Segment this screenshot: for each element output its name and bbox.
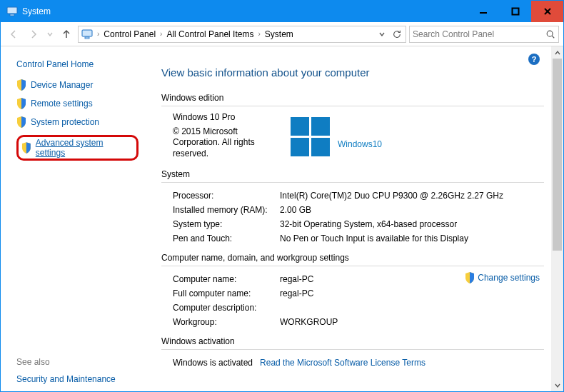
breadcrumb[interactable]: › Control Panel › All Control Panel Item… xyxy=(78,26,406,43)
windows-logo-text: Windows10 xyxy=(338,139,382,149)
recent-dropdown[interactable] xyxy=(45,26,55,43)
section-computer-name: Computer name, domain, and workgroup set… xyxy=(161,253,544,266)
computer-name-label: Computer name: xyxy=(173,274,280,284)
sidebar: Control Panel Home Device Manager Remote… xyxy=(1,46,147,391)
crumb-dropdown-icon[interactable] xyxy=(378,31,386,38)
shield-icon xyxy=(16,98,26,109)
svg-point-8 xyxy=(547,31,553,36)
full-computer-name-label: Full computer name: xyxy=(173,288,280,298)
sidebar-item-label: Device Manager xyxy=(31,80,93,90)
scroll-thumb[interactable] xyxy=(553,59,562,251)
scroll-up-button[interactable] xyxy=(551,46,563,59)
full-computer-name-value: regal-PC xyxy=(280,288,544,298)
license-terms-link[interactable]: Read the Microsoft Software License Term… xyxy=(260,358,425,368)
sidebar-item-advanced-system-settings[interactable]: Advanced system settings xyxy=(16,135,139,161)
see-also-header: See also xyxy=(16,357,139,367)
see-also-security-maintenance[interactable]: Security and Maintenance xyxy=(16,374,139,384)
forward-button[interactable] xyxy=(25,26,42,43)
svg-rect-3 xyxy=(512,9,518,15)
control-panel-home-link[interactable]: Control Panel Home xyxy=(16,59,139,69)
change-settings-label: Change settings xyxy=(478,273,540,283)
refresh-button[interactable] xyxy=(391,26,403,43)
chevron-right-icon[interactable]: › xyxy=(96,30,101,38)
sidebar-item-label: Advanced system settings xyxy=(36,138,134,158)
sidebar-item-label: Remote settings xyxy=(31,99,93,109)
svg-rect-7 xyxy=(85,37,89,39)
windows-edition-name: Windows 10 Pro xyxy=(173,112,286,124)
svg-rect-13 xyxy=(311,138,330,156)
section-activation: Windows activation xyxy=(161,336,544,350)
search-icon[interactable] xyxy=(545,29,555,39)
crumb-all-items[interactable]: All Control Panel Items xyxy=(166,29,253,39)
svg-rect-12 xyxy=(291,138,309,156)
crumb-control-panel[interactable]: Control Panel xyxy=(104,29,156,39)
workgroup-value: WORKGROUP xyxy=(280,317,544,327)
computer-description-label: Computer description: xyxy=(173,303,280,313)
pen-touch-label: Pen and Touch: xyxy=(173,233,280,243)
shield-icon xyxy=(16,79,26,91)
workgroup-label: Workgroup: xyxy=(173,317,280,327)
monitor-icon xyxy=(81,29,93,40)
ram-label: Installed memory (RAM): xyxy=(173,205,280,215)
vertical-scrollbar[interactable] xyxy=(551,46,563,391)
page-title: View basic information about your comput… xyxy=(161,66,544,79)
sidebar-item-remote-settings[interactable]: Remote settings xyxy=(16,98,139,109)
close-button[interactable] xyxy=(531,1,563,22)
titlebar: System xyxy=(1,1,563,22)
system-type-value: 32-bit Operating System, x64-based proce… xyxy=(280,219,544,229)
sidebar-item-label: System protection xyxy=(31,117,99,127)
help-button[interactable]: ? xyxy=(528,54,540,65)
up-button[interactable] xyxy=(58,26,75,43)
search-placeholder: Search Control Panel xyxy=(413,29,494,39)
svg-rect-6 xyxy=(82,30,92,36)
svg-rect-1 xyxy=(10,14,14,16)
svg-rect-11 xyxy=(311,117,330,136)
svg-line-9 xyxy=(552,36,554,38)
windows-copyright: © 2015 Microsoft Corporation. All rights… xyxy=(173,126,286,160)
search-input[interactable]: Search Control Panel xyxy=(409,26,559,43)
activation-status: Windows is activated xyxy=(173,358,253,368)
ram-value: 2.00 GB xyxy=(280,205,544,215)
chevron-right-icon[interactable]: › xyxy=(256,30,261,38)
shield-icon xyxy=(16,116,26,128)
shield-icon xyxy=(465,272,475,283)
computer-description-value xyxy=(280,303,544,313)
shield-icon xyxy=(21,142,31,154)
address-bar: › Control Panel › All Control Panel Item… xyxy=(1,22,563,46)
sidebar-item-device-manager[interactable]: Device Manager xyxy=(16,79,139,91)
section-system: System xyxy=(161,169,544,183)
processor-label: Processor: xyxy=(173,191,280,201)
chevron-right-icon[interactable]: › xyxy=(158,30,163,38)
change-settings-link[interactable]: Change settings xyxy=(465,272,540,283)
section-windows-edition: Windows edition xyxy=(161,93,544,106)
scroll-down-button[interactable] xyxy=(551,379,563,391)
system-type-label: System type: xyxy=(173,219,280,229)
maximize-button[interactable] xyxy=(499,1,531,22)
sidebar-item-system-protection[interactable]: System protection xyxy=(16,116,139,128)
processor-value: Intel(R) Core(TM)2 Duo CPU P9300 @ 2.26G… xyxy=(280,191,544,201)
window-title: System xyxy=(22,6,467,16)
system-icon xyxy=(6,6,18,17)
pen-touch-value: No Pen or Touch Input is available for t… xyxy=(280,233,544,243)
svg-rect-10 xyxy=(291,117,309,136)
crumb-system[interactable]: System xyxy=(265,29,293,39)
back-button[interactable] xyxy=(5,26,22,43)
content-panel: ? View basic information about your comp… xyxy=(147,46,551,391)
scroll-track[interactable] xyxy=(551,59,563,379)
minimize-button[interactable] xyxy=(467,1,499,22)
svg-rect-0 xyxy=(7,7,17,14)
windows-logo: Windows10 xyxy=(286,112,544,162)
